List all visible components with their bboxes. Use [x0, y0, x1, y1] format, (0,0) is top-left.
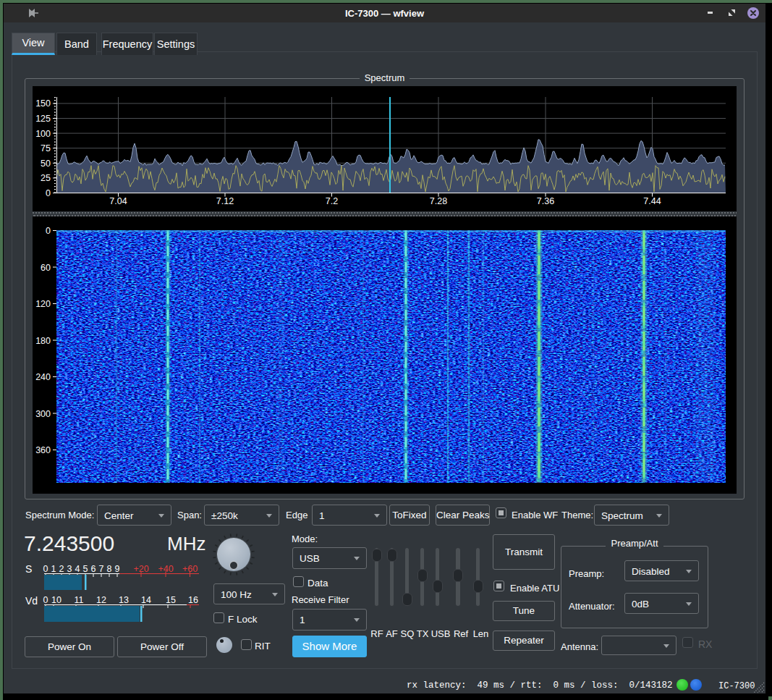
svg-text:100: 100: [35, 129, 51, 139]
svg-text:0: 0: [46, 188, 51, 198]
svg-text:5: 5: [83, 564, 88, 574]
svg-text:14: 14: [141, 595, 151, 605]
svg-text:7.2: 7.2: [326, 196, 338, 206]
svg-text:12: 12: [96, 595, 106, 605]
svg-text:240: 240: [35, 372, 51, 382]
svg-text:60: 60: [41, 263, 51, 273]
svg-text:15: 15: [166, 595, 176, 605]
svg-text:360: 360: [35, 445, 51, 455]
svg-text:1: 1: [51, 564, 56, 574]
svg-text:300: 300: [35, 409, 51, 419]
svg-text:75: 75: [41, 143, 51, 153]
svg-text:11: 11: [75, 595, 84, 605]
svg-text:10: 10: [51, 595, 61, 605]
svg-text:8: 8: [107, 564, 112, 574]
svg-text:7.36: 7.36: [537, 196, 554, 206]
svg-text:120: 120: [35, 299, 51, 309]
svg-text:16: 16: [188, 595, 198, 605]
svg-text:150: 150: [35, 98, 51, 109]
svg-text:7.04: 7.04: [109, 196, 127, 206]
svg-text:6: 6: [91, 564, 96, 574]
svg-text:7.44: 7.44: [643, 196, 661, 206]
svg-text:7: 7: [99, 564, 104, 574]
svg-text:0: 0: [43, 595, 48, 605]
svg-text:0: 0: [43, 564, 48, 574]
svg-text:2: 2: [59, 564, 64, 574]
svg-text:13: 13: [119, 595, 129, 605]
svg-text:3: 3: [67, 564, 72, 574]
svg-text:0: 0: [46, 226, 51, 236]
svg-text:180: 180: [35, 336, 51, 346]
svg-text:125: 125: [35, 114, 51, 124]
svg-text:Vd: Vd: [25, 595, 38, 607]
svg-text:4: 4: [75, 564, 80, 574]
svg-text:S: S: [25, 563, 32, 575]
svg-text:9: 9: [115, 564, 120, 574]
svg-text:7.28: 7.28: [430, 196, 447, 206]
svg-text:25: 25: [41, 173, 51, 183]
svg-text:50: 50: [41, 159, 51, 169]
svg-text:7.12: 7.12: [216, 196, 234, 206]
